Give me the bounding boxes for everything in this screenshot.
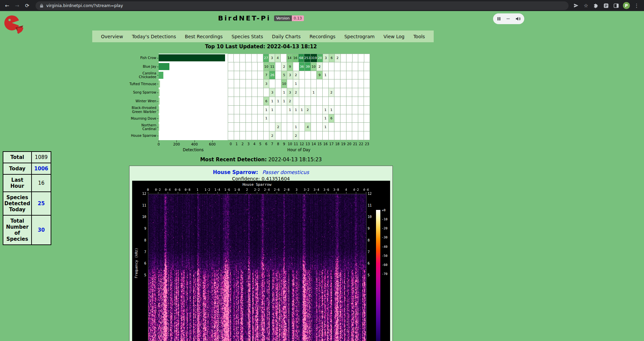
heatmap-cell [358, 79, 364, 88]
heatmap-cell [240, 114, 246, 123]
species-label-text: Blue Jay [143, 65, 157, 69]
bar-area [159, 114, 228, 123]
colorbar-tick-label: -60 [382, 263, 387, 267]
menu-kebab-icon[interactable]: ⋮ [633, 2, 640, 9]
bar-area [159, 71, 228, 80]
heatmap-row: 11111211 [228, 106, 370, 114]
hour-tick-label: 4 [252, 142, 258, 146]
heatmap-cell [334, 131, 340, 140]
top10-heading: Top 10 Last Updated: 2022-04-13 18:12 [0, 44, 522, 50]
freq-tick-label: 10 [136, 215, 146, 219]
time-tick-label: 2 [242, 188, 252, 191]
freq-tick-label: 6 [368, 262, 378, 265]
audio-seek-slider[interactable] [506, 18, 510, 19]
heatmap-cell: 1 [293, 123, 299, 131]
hour-tick-label: 20 [346, 142, 352, 146]
heatmap-cell: 1 [287, 106, 293, 114]
heatmap-cell: 5 [281, 71, 287, 80]
spectrogram-title: House Sparrow [148, 182, 366, 187]
back-button[interactable]: ← [3, 1, 11, 10]
stats-value[interactable]: 30 [32, 215, 51, 245]
time-tick-label: 0·8 [182, 188, 193, 191]
stats-value[interactable]: 25 [32, 192, 51, 215]
address-bar[interactable]: virginia.birdnetpi.com/?stream=play [36, 1, 569, 10]
nav-item-spectrogram[interactable]: Spectrogram [344, 34, 374, 39]
tick-mark [195, 140, 195, 142]
species-label: Song Sparrow [130, 88, 157, 97]
heatmap-cell [252, 79, 258, 88]
heatmap-cell [364, 62, 370, 71]
bookmark-star-icon[interactable]: ☆ [583, 2, 589, 9]
chart-row: Fish Crow273414166825331928362 [130, 54, 370, 62]
species-label: House Sparrow [130, 131, 157, 140]
heatmap-cell [352, 97, 358, 106]
heatmap-cell [334, 114, 340, 123]
heatmap-cell [234, 97, 240, 106]
recent-detection: Most Recent Detection: 2022-04-13 18:15:… [0, 157, 522, 163]
time-tick-label: 3 [291, 188, 302, 191]
heatmap-cell [340, 71, 346, 80]
chart-row: Tufted Titmouse3101 [130, 79, 370, 88]
heatmap-cell [346, 54, 352, 62]
nav-item-species-stats[interactable]: Species Stats [231, 34, 263, 39]
heatmap-cell [299, 71, 305, 80]
tick-mark [366, 192, 366, 193]
audio-player[interactable] [493, 13, 524, 24]
profile-avatar[interactable]: P [623, 2, 630, 9]
extensions-puzzle-icon[interactable] [593, 2, 599, 9]
tick-mark [297, 192, 297, 193]
colorbar-tick-label: -50 [382, 254, 387, 258]
side-panel-icon[interactable] [613, 2, 620, 9]
heatmap-cell [246, 123, 252, 131]
nav-item-daily-charts[interactable]: Daily Charts [272, 34, 301, 39]
nav-item-overview[interactable]: Overview [101, 34, 123, 39]
hour-axis-label: Hour of Day [228, 148, 370, 152]
heatmap-cell [299, 79, 305, 88]
heatmap-cell [311, 106, 317, 114]
stats-value[interactable]: 1006 [32, 163, 51, 174]
reload-button[interactable]: ⟳ [23, 1, 32, 10]
heatmap-cell [240, 106, 246, 114]
tick-mark [176, 140, 177, 142]
common-name-link[interactable]: House Sparrow: [213, 169, 258, 175]
pause-button[interactable] [497, 16, 501, 21]
freq-tick-label: 9 [368, 227, 378, 230]
detections-tick-label: 600 [207, 142, 218, 146]
species-label: Northern Cardinal [130, 123, 157, 131]
nav-item-view-log[interactable]: View Log [383, 34, 405, 39]
stats-value: 16 [32, 174, 51, 192]
colorbar-tick-label: -10 [382, 217, 387, 221]
time-tick-label: 2·2 [252, 188, 262, 191]
scientific-name-link[interactable]: Passer domesticus [262, 169, 309, 175]
stats-label: Last Hour [3, 174, 32, 192]
hour-tick-label: 5 [257, 142, 263, 146]
hour-tick-label: 6 [263, 142, 269, 146]
hour-tick-label: 19 [340, 142, 346, 146]
chart-axes: 0200400600Detections01234567891011121314… [130, 140, 370, 155]
send-to-device-icon[interactable] [573, 2, 579, 9]
heatmap-cell [234, 131, 240, 140]
extension-list-icon[interactable] [603, 2, 609, 9]
heatmap-cell [364, 79, 370, 88]
chart-row: House Sparrow22 [130, 131, 370, 140]
volume-button[interactable] [515, 16, 521, 21]
heatmap-cell [341, 54, 346, 62]
colorbar-tick-label: +0 [382, 208, 385, 212]
tick-mark [168, 192, 168, 193]
heatmap-cell [340, 79, 346, 88]
nav-item-recordings[interactable]: Recordings [310, 34, 335, 39]
forward-button[interactable]: → [13, 1, 21, 10]
app-title: BirdNET-Pi [218, 14, 271, 22]
nav-item-best-recordings[interactable]: Best Recordings [185, 34, 223, 39]
heatmap-cell: 2 [269, 131, 275, 140]
heatmap-cell [352, 114, 358, 123]
hour-tick-label: 13 [305, 142, 311, 146]
heatmap-cell [364, 123, 370, 131]
heatmap-cell [234, 62, 240, 71]
heatmap-cell: 3 [269, 88, 275, 97]
colorbar-tick-label: -30 [382, 235, 387, 239]
nav-item-today-s-detections[interactable]: Today's Detections [132, 34, 176, 39]
tick-mark [148, 192, 148, 193]
heatmap-cell [258, 62, 264, 71]
nav-item-tools[interactable]: Tools [413, 34, 425, 39]
